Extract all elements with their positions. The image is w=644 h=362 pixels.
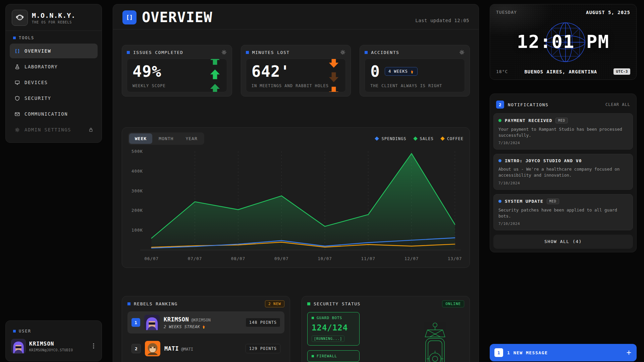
svg-text:13/07: 13/07 [448,256,462,261]
flask-icon [14,64,20,70]
trend-down-arrows [328,59,339,92]
issues-value: 49% [132,64,221,79]
tab-week[interactable]: WEEK [129,133,152,144]
card-bullet [307,302,310,305]
accidents-value: 0 [370,64,380,79]
minutes-caption: IN MEETINGS AND RABBIT HOLES [252,83,340,88]
tab-month[interactable]: MONTH [153,133,179,144]
new-message-bar[interactable]: 1 1 NEW MESSAGE [490,344,637,361]
rank-handle: @KRIMSON [191,318,211,322]
sidebar-item-overview[interactable]: OVERVIEW [10,44,98,58]
accidents-card: ACCIDENTS 0 4 WEEKS THE CLIENT ALWAYS IS… [360,45,470,97]
tab-year[interactable]: YEAR [180,133,203,144]
card-title: REBELS RANKING [134,301,178,306]
clear-all-button[interactable]: CLEAR ALL [605,102,630,107]
user-panel: USER KRIMSON KRIMSON@JOYCO.STUDIO [5,320,102,361]
card-bullet [365,51,368,54]
last-updated: Last updated 12:05 [415,18,469,24]
expand-messages-button[interactable] [626,350,632,356]
current-time: 12:01 PM [490,31,636,52]
card-bullet [246,51,249,54]
sidebar-item-devices[interactable]: DEVICES [10,75,98,90]
sidebar-item-security[interactable]: SECURITY [10,91,98,106]
svg-text:10/07: 10/07 [318,256,332,261]
trend-up-arrows [209,59,221,92]
svg-text:08/07: 08/07 [231,256,245,261]
stats-row: ISSUES COMPLETED 49% WEEKLY SCOPE [122,45,470,97]
ranking-row-1[interactable]: 1 KRIMSON@KRIMSON 2 WEEKS STREAK 148 POI… [127,311,284,334]
firewall-box: FIREWALL [307,350,360,362]
stat-body: 642' IN MEETINGS AND RABBIT HOLES [246,59,346,92]
sidebar-item-laboratory[interactable]: LABORATORY [10,59,98,74]
points-badge: 129 POINTS [246,344,280,353]
gear-icon [459,49,465,55]
svg-text:200K: 200K [131,208,143,213]
legend-spendings[interactable]: SPENDINGS [375,136,406,141]
date: AUGUST 5, 2025 [586,10,630,15]
sidebar-nav: OVERVIEW LABORATORY DEVICES SECURITY [10,44,98,137]
accidents-streak-badge: 4 WEEKS [385,67,418,76]
card-settings-button[interactable] [459,49,465,55]
svg-text:500K: 500K [131,149,143,154]
message-label: 1 NEW MESSAGE [507,350,548,355]
section-bullet [13,37,16,39]
main-header: OVERVIEW Last updated 12:05 [113,4,479,29]
card-settings-button[interactable] [340,49,346,55]
arrow-down-icon [328,59,339,68]
new-badge: 2 NEW [265,300,284,307]
show-all-button[interactable]: SHOW ALL (4) [493,235,633,249]
krimson-avatar [11,339,25,353]
ranking-row-2[interactable]: 2 MATI@MATI 129 POINTS [127,338,284,360]
monitor-icon [14,80,20,85]
kebab-icon [93,343,94,349]
gear-icon [221,49,227,55]
legend-coffee[interactable]: COFFEE [441,136,464,141]
chart-legend: SPENDINGS SALES COFFEE [375,136,464,141]
svg-text:300K: 300K [131,188,143,193]
svg-text:100K: 100K [131,228,143,233]
rank-handle: @MATI [181,347,193,352]
guard-bots-box: GUARD BOTS 124/124 [RUNNING...] [307,312,360,346]
notifications-title: NOTIFICATIONS [508,102,548,107]
online-badge: ONLINE [442,300,464,307]
sidebar-item-admin-settings[interactable]: ADMIN SETTINGS [10,122,98,137]
security-body: GUARD BOTS 124/124 [RUNNING...] FIREWALL [307,312,464,362]
issues-completed-card: ISSUES COMPLETED 49% WEEKLY SCOPE [122,45,232,97]
stat-body: 49% WEEKLY SCOPE [127,59,227,92]
card-settings-button[interactable] [221,49,227,55]
sidebar-item-communication[interactable]: COMMUNICATION [10,107,98,121]
activity-chart-card: WEEK MONTH YEAR SPENDINGS SALES [122,127,470,268]
minutes-value: 642' [252,64,340,79]
rank-name: MATI [164,345,179,352]
shield-icon [14,96,20,101]
lock-icon [88,127,94,132]
page-title: OVERVIEW [142,10,212,24]
arrow-down-icon [328,86,339,92]
right-column: TUESDAY AUGUST 5, 2025 12:01 PM 18°C BUE… [490,0,637,362]
status-dot [498,159,501,162]
user-email: KRIMSON@JOYCO.STUDIO [29,348,73,352]
rank-streak: 2 WEEKS STREAK [164,324,211,329]
severity-badge: MED [555,118,568,123]
notification-system-update[interactable]: SYSTEM UPDATE MED Security patches have … [493,194,633,230]
notification-intro[interactable]: INTRO: JOYCO STUDIO AND V0 About us - We… [493,154,633,189]
green-bullet [312,355,314,357]
card-bullet [127,51,130,54]
guard-bots-count: 124/124 [312,323,355,333]
admin-gear-icon [14,127,20,133]
legend-sales[interactable]: SALES [414,136,434,141]
chart-toolbar: WEEK MONTH YEAR SPENDINGS SALES [128,132,464,145]
bottom-row: REBELS RANKING 2 NEW 1 KRIMSON@KRIMSON 2… [122,296,470,362]
arrow-up-icon [209,83,221,92]
rebels-ranking-card: REBELS RANKING 2 NEW 1 KRIMSON@KRIMSON 2… [122,296,290,362]
security-status-card: SECURITY STATUS ONLINE GUARD BOTS 124/12… [302,296,470,362]
rank-badge: 1 [131,318,140,327]
issues-caption: WEEKLY SCOPE [132,83,221,88]
app-subtitle: THE OS FOR REBELS [32,20,75,24]
user-menu-button[interactable] [91,342,96,351]
fire-icon [202,324,206,329]
section-bullet [13,330,16,333]
notification-payment-received[interactable]: PAYMENT RECEIVED MED Your payment to Ram… [493,113,633,149]
monkey-icon [15,13,25,23]
message-count-badge: 1 [494,348,503,357]
